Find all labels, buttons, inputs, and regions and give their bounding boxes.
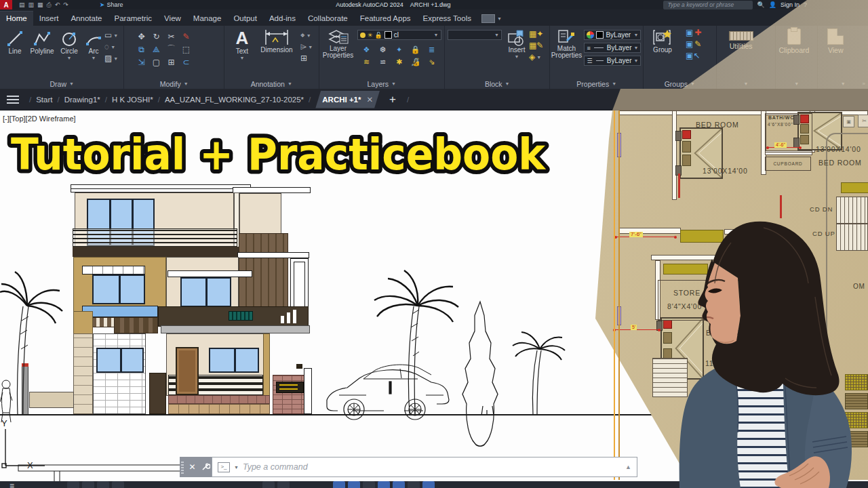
annotation-scale-toggle[interactable]	[393, 481, 405, 488]
stairs-dn-label: CD DN	[810, 205, 833, 213]
bath-size: 4'6"X8'00"	[768, 122, 793, 127]
cupboard-box: CUPBOARD	[765, 157, 811, 171]
lwt-toggle[interactable]	[363, 481, 375, 488]
drag-handle-icon[interactable]	[181, 460, 184, 474]
chevron-down-icon[interactable]: ▼	[234, 465, 239, 470]
polar-toggle[interactable]	[112, 481, 124, 488]
bedroom1-size: 13'00X14'00	[703, 167, 748, 175]
command-prompt-icon: >_	[218, 462, 230, 472]
conifer-tree	[462, 302, 498, 446]
coords-display	[262, 481, 275, 488]
ucs-x-label: X	[27, 460, 33, 470]
bedroom2-label: BED ROOM	[818, 159, 862, 167]
model-space-toggle[interactable]	[277, 481, 290, 488]
autocad-window: A ▤ ▥ ▦ ⎙ ↶ ↷ ➤ Share Autodesk AutoCAD 2…	[0, 0, 868, 488]
command-window-grip[interactable]: ✕	[180, 457, 212, 477]
command-placeholder: Type a command	[243, 462, 621, 472]
workspace-toggle[interactable]	[408, 481, 420, 488]
ortho-toggle[interactable]	[97, 481, 109, 488]
dimension-label: 7'-6"	[629, 232, 643, 237]
command-input[interactable]: >_ ▼ Type a command ▲	[212, 457, 637, 477]
entourage-linework: Y X	[0, 110, 692, 488]
expand-history-icon[interactable]: ▲	[625, 464, 631, 470]
wrench-icon[interactable]	[201, 462, 210, 472]
car-drawing	[327, 365, 449, 420]
plan-wall	[672, 110, 677, 200]
osnap-toggle[interactable]	[333, 481, 345, 488]
bath-label: BATH/WC	[768, 115, 794, 120]
mini-scissor-icon[interactable]: ✂	[858, 115, 868, 127]
ucs-y-label: Y	[1, 418, 7, 428]
red-wall-accent	[678, 174, 680, 198]
palm-tree-left	[0, 272, 62, 415]
snap-toggle[interactable]	[82, 481, 94, 488]
dimension-label: 5'	[631, 325, 637, 330]
red-wall-accent	[780, 195, 782, 218]
otrack-toggle[interactable]	[348, 481, 360, 488]
dyn-toggle[interactable]	[378, 481, 390, 488]
palm-tree-small	[513, 332, 565, 415]
bedroom2-size: 13'00X14'00	[816, 145, 861, 153]
status-menu-icon[interactable]: ≡	[9, 481, 14, 488]
ucs-icon	[2, 429, 45, 468]
close-command-icon[interactable]: ✕	[189, 462, 195, 472]
cupboard-label: CUPBOARD	[773, 161, 802, 166]
bedroom1-label: BED ROOM	[696, 121, 739, 129]
orange-reference-line	[614, 110, 615, 480]
orange-reference-line	[618, 110, 620, 480]
mini-window-icon[interactable]: ▣	[843, 116, 854, 127]
person-figure	[0, 380, 12, 422]
dimension-label: 4'-6"	[774, 142, 787, 148]
isolate-toggle[interactable]	[422, 481, 435, 488]
woman-photo	[650, 216, 868, 488]
palm-tree-large	[374, 270, 458, 415]
grid-toggle[interactable]	[67, 481, 79, 488]
